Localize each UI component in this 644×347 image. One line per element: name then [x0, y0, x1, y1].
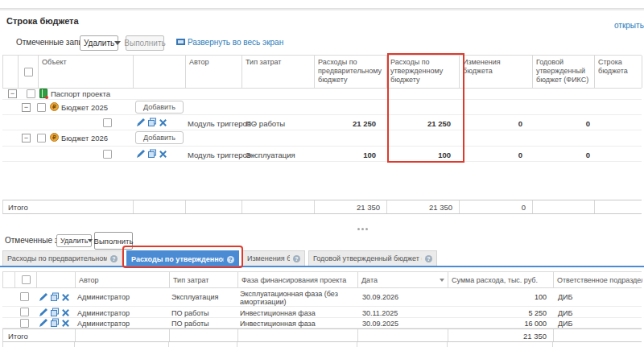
edit-pencil-icon[interactable]: [136, 118, 146, 127]
line-approved-value: 21 250: [386, 119, 453, 128]
select-all-checkbox[interactable]: [22, 275, 31, 284]
cell-amount: 5 250: [448, 309, 547, 317]
totals-amount: 21 350: [448, 329, 554, 341]
delete-x-icon[interactable]: [61, 293, 70, 302]
cell-phase: Инвестиционная фаза: [240, 320, 357, 328]
delete-x-icon[interactable]: [159, 150, 167, 159]
caret-down-icon: [88, 239, 93, 242]
col-amount: Сумма расхода, тыс. руб.: [448, 272, 554, 287]
copy-icon[interactable]: [50, 292, 60, 302]
help-icon[interactable]: ?: [227, 256, 234, 263]
edit-pencil-icon[interactable]: [39, 318, 48, 328]
department-link[interactable]: ДИБ: [558, 293, 572, 301]
budget-2025-link[interactable]: Бюджет 2025: [61, 103, 108, 112]
row-checkbox[interactable]: [103, 150, 112, 159]
delete-x-icon[interactable]: [159, 118, 167, 127]
detail-totals-row: Итого 21 350: [2, 328, 642, 342]
budget-coin-icon: ₽: [50, 102, 59, 111]
row-checkbox[interactable]: [20, 319, 29, 328]
detail-row: Администратор ПО работы Инвестиционная ф…: [2, 307, 642, 318]
tab-budget-changes[interactable]: Изменения бюджета ?: [242, 250, 305, 266]
cell-date: 30.09.2025: [362, 320, 398, 328]
delete-x-icon[interactable]: [61, 319, 70, 328]
totals-changes: 0: [460, 200, 533, 213]
cell-phase: Инвестиционная фаза: [240, 309, 357, 317]
action-select[interactable]: Удалить: [56, 234, 92, 247]
collapse-icon[interactable]: −: [22, 134, 31, 143]
row-checkbox[interactable]: [103, 118, 112, 127]
col-cost-type: Тип затрат: [170, 272, 238, 287]
copy-icon[interactable]: [147, 149, 157, 159]
help-icon[interactable]: ?: [293, 255, 300, 262]
row-project: − Паспорт проекта: [2, 88, 642, 100]
row-line-2026: Модуль триггеров - Эксплуатация 100 100 …: [2, 147, 642, 162]
row-checkbox[interactable]: [20, 292, 29, 301]
detail-row: Администратор ПО работы Инвестиционная ф…: [2, 318, 642, 328]
sort-desc-icon: [440, 279, 444, 282]
budget-line-screen: Строка бюджета открыть Отмеченные записи…: [0, 0, 644, 347]
add-button[interactable]: Добавить: [135, 131, 184, 144]
col-budget-line: Строка бюджета: [595, 56, 642, 88]
header-checkbox-cell: [19, 56, 39, 88]
action-select[interactable]: Удалить: [80, 35, 118, 51]
line-changes-value: 0: [459, 119, 525, 128]
line-fixed-value: 0: [531, 119, 592, 128]
col-approved: Расходы по утвержденному бюджету: [387, 56, 460, 88]
col-department: Ответственное подразделение ЦО: [554, 272, 642, 287]
cell-amount: 100: [448, 293, 547, 301]
line-changes-value: 0: [459, 151, 525, 159]
main-table-header: Объект Автор Тип затрат Расходы по предв…: [2, 55, 642, 89]
copy-icon[interactable]: [50, 318, 60, 328]
execute-button[interactable]: Выполнить: [126, 35, 164, 51]
col-object: Объект: [39, 56, 134, 88]
totals-approved: 21 350: [387, 200, 460, 213]
tab-fixed-budget[interactable]: Годовой утвержденный бюджет (ФИКС) ?: [308, 250, 437, 266]
tabs-underline: [0, 266, 644, 267]
edit-pencil-icon[interactable]: [136, 149, 146, 159]
help-icon[interactable]: ?: [425, 255, 432, 262]
edit-pencil-icon[interactable]: [39, 308, 48, 317]
row-checkbox[interactable]: [37, 103, 46, 112]
line-fixed-value: 0: [531, 151, 592, 159]
help-icon[interactable]: ?: [110, 255, 118, 262]
row-actions: [39, 318, 70, 328]
splitter-handle[interactable]: [357, 228, 368, 230]
edit-pencil-icon[interactable]: [39, 292, 48, 302]
row-actions: [136, 149, 167, 159]
totals-label: Итого: [3, 200, 134, 213]
add-button[interactable]: Добавить: [135, 101, 184, 114]
row-budget-2026: − ₽ Бюджет 2026 Добавить: [2, 130, 642, 147]
department-link[interactable]: ДИБ: [558, 309, 572, 317]
department-link[interactable]: ДИБ: [558, 320, 572, 328]
project-link[interactable]: Паспорт проекта: [51, 89, 110, 98]
row-checkbox[interactable]: [27, 89, 35, 98]
col-date-sortable[interactable]: Дата: [358, 272, 448, 287]
collapse-icon[interactable]: −: [22, 103, 31, 112]
row-checkbox[interactable]: [20, 308, 29, 316]
col-author: Автор: [76, 272, 170, 287]
row-actions: [39, 292, 70, 302]
col-fixed: Годовой утвержденный бюджет (ФИКС): [533, 56, 595, 88]
row-checkbox[interactable]: [37, 134, 46, 143]
action-select-value: Удалить: [60, 237, 88, 245]
top-divider: [0, 8, 644, 10]
open-link[interactable]: открыть: [614, 21, 644, 30]
collapse-icon[interactable]: −: [8, 89, 17, 98]
line-cost-type: Эксплуатация: [246, 151, 295, 159]
cell-author: Администратор: [77, 293, 130, 301]
fullscreen-link[interactable]: Развернуть во весь экран: [188, 38, 283, 47]
copy-icon[interactable]: [147, 118, 157, 127]
detail-table: Автор Тип затрат Фаза финансирования про…: [2, 271, 642, 288]
tab-prelim-budget[interactable]: Расходы по предварительному бюджету ?: [2, 250, 122, 266]
delete-x-icon[interactable]: [61, 308, 70, 317]
execute-button[interactable]: Выполнить: [94, 232, 133, 250]
tab-approved-budget[interactable]: Расходы по утвержденному бюджету ?: [126, 250, 239, 267]
line-approved-value: 100: [386, 151, 453, 159]
cell-author: Администратор: [77, 320, 130, 328]
copy-icon[interactable]: [50, 308, 60, 317]
select-all-checkbox[interactable]: [24, 68, 33, 76]
totals-prelim: 21 350: [315, 200, 387, 213]
line-cost-type: ПО работы: [246, 119, 285, 128]
budget-2026-link[interactable]: Бюджет 2026: [61, 134, 108, 143]
col-prelim: Расходы по предварительному бюджету: [315, 56, 387, 88]
